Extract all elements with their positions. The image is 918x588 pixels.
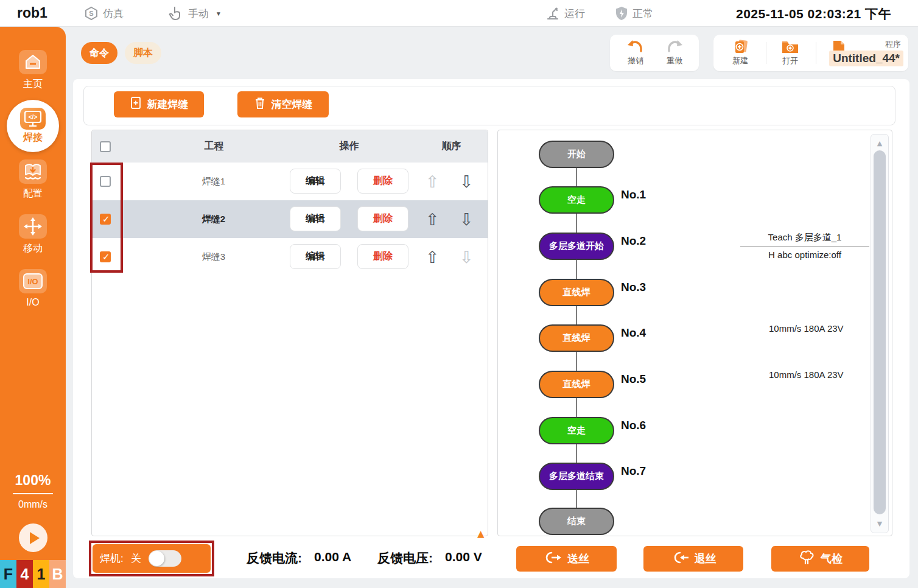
table-row[interactable]: 焊缝1 编辑 删除 ⇧ ⇩ — [92, 163, 488, 200]
move-up-icon[interactable]: ⇧ — [426, 172, 440, 191]
move-down-icon[interactable]: ⇩ — [460, 248, 474, 267]
flow-node-airmove[interactable]: 空走 — [539, 186, 614, 214]
simulation-mode-indicator[interactable]: S 仿真 — [84, 0, 124, 27]
delete-button[interactable]: 删除 — [357, 169, 408, 194]
row-checkbox[interactable] — [100, 251, 111, 262]
select-all-checkbox[interactable] — [100, 141, 111, 152]
manual-mode-selector[interactable]: 手动 ▼ — [168, 0, 222, 27]
tab-command[interactable]: 命令 — [81, 42, 117, 64]
move-arrows-icon — [19, 214, 47, 239]
move-down-icon[interactable]: ⇩ — [460, 172, 474, 191]
health-status-indicator: 正常 — [615, 0, 653, 27]
robot-run-icon — [545, 6, 560, 21]
logo-letter: F — [0, 560, 16, 588]
node-number: No.7 — [621, 464, 646, 478]
sidebar-item-home[interactable]: 主页 — [0, 50, 66, 91]
flow-node-linear-weld[interactable]: 直线焊 — [539, 279, 614, 306]
welder-toggle[interactable] — [149, 550, 181, 567]
move-up-icon[interactable]: ⇧ — [426, 248, 440, 267]
scroll-up-icon[interactable]: ▲ — [871, 139, 888, 147]
flow-node-linear-weld[interactable]: 直线焊 — [539, 371, 614, 398]
flow-node-linear-weld[interactable]: 直线焊 — [539, 324, 614, 352]
speed-value: 0mm/s — [0, 499, 66, 510]
top-status-bar: rob1 S 仿真 手动 ▼ 运行 正常 2025-11-0 — [0, 0, 918, 27]
manual-mode-label: 手动 — [188, 7, 209, 21]
feedback-current: 反馈电流: 0.00 A — [247, 550, 351, 567]
move-up-icon[interactable]: ⇧ — [426, 210, 440, 229]
flow-node-multipass-end[interactable]: 多层多道结束 — [539, 463, 614, 490]
sidebar-item-config[interactable]: 配置 — [0, 159, 66, 200]
feedback-voltage: 反馈电压: 0.00 V — [377, 550, 482, 567]
file-actions-card: 新建 打开 保存 程序 Untitled_44* — [713, 35, 908, 71]
table-header: 工程 操作 顺序 — [92, 130, 488, 163]
program-label: 程序 — [885, 39, 901, 50]
wire-retract-button[interactable]: 退丝 — [643, 546, 743, 572]
undo-button[interactable]: 撤销 — [620, 39, 651, 66]
flow-node-airmove[interactable]: 空走 — [539, 417, 614, 444]
node-number: No.5 — [621, 373, 646, 386]
run-status-indicator: 运行 — [545, 0, 585, 27]
trash-icon — [254, 96, 266, 113]
row-checkbox[interactable] — [100, 214, 111, 225]
welder-label: 焊机: — [100, 551, 124, 565]
delete-button[interactable]: 删除 — [357, 244, 408, 269]
edit-button[interactable]: 编辑 — [290, 169, 341, 194]
flow-node-multipass-start[interactable]: 多层多道开始 — [539, 233, 614, 260]
logo-letter: 4 — [16, 560, 33, 588]
move-down-icon[interactable]: ⇩ — [460, 210, 474, 229]
edit-button[interactable]: 编辑 — [290, 206, 341, 231]
edit-button[interactable]: 编辑 — [290, 244, 341, 269]
welder-state: 关 — [131, 551, 141, 565]
program-flowchart: 开始 空走 多层多道开始 直线焊 直线焊 直线焊 空走 多层多道结束 结束 No… — [497, 130, 892, 536]
datetime-display: 2025-11-05 02:03:21 下午 — [736, 5, 891, 23]
table-row[interactable]: 焊缝2 编辑 删除 ⇧ ⇩ — [92, 200, 488, 238]
play-icon — [30, 532, 40, 544]
chevron-down-icon: ▼ — [215, 10, 222, 17]
speed-percent: 100% — [0, 472, 66, 494]
flow-node-end[interactable]: 结束 — [539, 508, 614, 535]
io-icon: I/O — [19, 269, 47, 293]
logo-letter: 1 — [33, 560, 49, 588]
sidebar-item-welding[interactable]: </> 焊接 — [7, 100, 59, 152]
table-row[interactable]: 焊缝3 编辑 删除 ⇧ ⇩ — [92, 238, 488, 276]
new-seam-button[interactable]: 新建焊缝 — [114, 91, 204, 117]
new-seam-doc-icon — [130, 96, 142, 113]
clear-seams-button[interactable]: 清空焊缝 — [237, 91, 329, 117]
panel-resize-triangle-icon[interactable]: ▲ — [477, 528, 485, 539]
new-program-button[interactable]: 新建 — [724, 39, 756, 66]
divider — [816, 42, 816, 64]
node-number: No.1 — [621, 188, 646, 201]
redo-icon — [659, 39, 690, 55]
row-checkbox[interactable] — [100, 176, 111, 187]
gas-check-icon — [798, 550, 815, 569]
sidebar-nav: 主页 </> 焊接 配置 移动 I/O I/O 100% — [0, 27, 66, 588]
annotation-divider — [740, 246, 869, 247]
flow-node-start[interactable]: 开始 — [539, 141, 614, 168]
node-number: No.4 — [621, 326, 646, 340]
seam-actions-panel — [83, 86, 895, 125]
sidebar-item-move[interactable]: 移动 — [0, 214, 66, 255]
redo-button[interactable]: 重做 — [659, 39, 690, 66]
play-button[interactable] — [19, 523, 47, 552]
column-order: 顺序 — [435, 140, 468, 153]
feedback-current-value: 0.00 A — [314, 550, 351, 567]
program-name: Untitled_44* — [829, 51, 903, 66]
delete-button[interactable]: 删除 — [357, 206, 408, 231]
flowchart-scrollbar[interactable]: ▲ ▼ — [871, 134, 889, 533]
wire-feed-button[interactable]: 送丝 — [516, 546, 617, 572]
wire-retract-icon — [671, 550, 689, 568]
sidebar-item-io[interactable]: I/O I/O — [0, 269, 66, 308]
gas-check-button[interactable]: 气检 — [771, 546, 869, 572]
logo-letter: B — [49, 560, 66, 588]
node-number: No.6 — [621, 419, 646, 432]
scrollbar-thumb[interactable] — [874, 150, 886, 514]
feedback-voltage-label: 反馈电压: — [377, 550, 433, 567]
scroll-down-icon[interactable]: ▼ — [871, 520, 888, 528]
tab-script[interactable]: 脚本 — [125, 42, 161, 64]
new-file-icon — [724, 39, 756, 55]
open-program-button[interactable]: 打开 — [774, 39, 806, 66]
brand-logo: F 4 1 B — [0, 560, 66, 588]
teach-annotation-title: Teach 多层多道_1 — [740, 232, 869, 243]
node-number: No.3 — [621, 281, 646, 294]
teach-annotation-subtitle: H abc optimize:off — [740, 250, 869, 260]
